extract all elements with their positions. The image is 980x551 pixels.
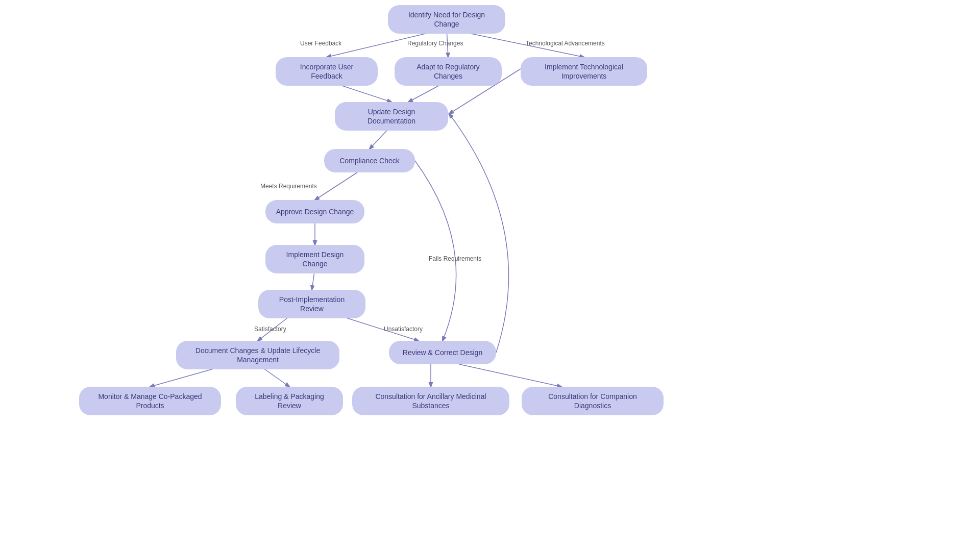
- node-approve: Approve Design Change: [265, 200, 364, 223]
- edge-label-lbl_user: User Feedback: [300, 40, 341, 47]
- edge-label-lbl_meets: Meets Requirements: [260, 183, 317, 190]
- node-companion: Consultation for Companion Diagnostics: [522, 387, 664, 415]
- edge-label-lbl_reg: Regulatory Changes: [407, 40, 463, 47]
- node-implement: Implement Design Change: [265, 245, 364, 273]
- node-compliance: Compliance Check: [324, 149, 415, 172]
- node-regulatory: Adapt to Regulatory Changes: [395, 57, 502, 86]
- node-ancillary: Consultation for Ancillary Medicinal Sub…: [352, 387, 509, 415]
- node-tech: Implement Technological Improvements: [521, 57, 647, 86]
- node-review_correct: Review & Correct Design: [389, 341, 496, 364]
- edge-label-lbl_unsatisfactory: Unsatisfactory: [384, 325, 423, 333]
- node-update_doc: Update Design Documentation: [335, 102, 448, 131]
- svg-line-15: [459, 364, 561, 387]
- edge-label-lbl_tech: Technological Advancements: [526, 40, 605, 47]
- node-labeling: Labeling & Packaging Review: [236, 387, 343, 415]
- node-post_review: Post-Implementation Review: [258, 290, 365, 318]
- node-user_feedback: Incorporate User Feedback: [276, 57, 378, 86]
- edge-label-lbl_satisfactory: Satisfactory: [254, 325, 286, 333]
- node-monitor: Monitor & Manage Co-Packaged Products: [79, 387, 221, 415]
- svg-line-7: [315, 172, 357, 200]
- node-doc_lifecycle: Document Changes & Update Lifecycle Mana…: [176, 341, 339, 369]
- edge-label-lbl_fails: Fails Requirements: [429, 255, 481, 262]
- node-identify: Identify Need for Design Change: [388, 5, 505, 34]
- diagram-container: Identify Need for Design ChangeIncorpora…: [0, 0, 980, 551]
